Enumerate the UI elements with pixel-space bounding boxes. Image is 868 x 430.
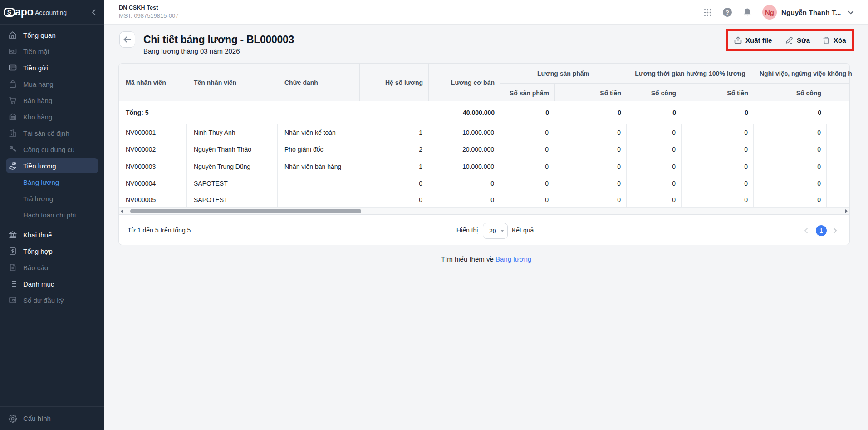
svg-text:?: ? bbox=[726, 9, 729, 16]
